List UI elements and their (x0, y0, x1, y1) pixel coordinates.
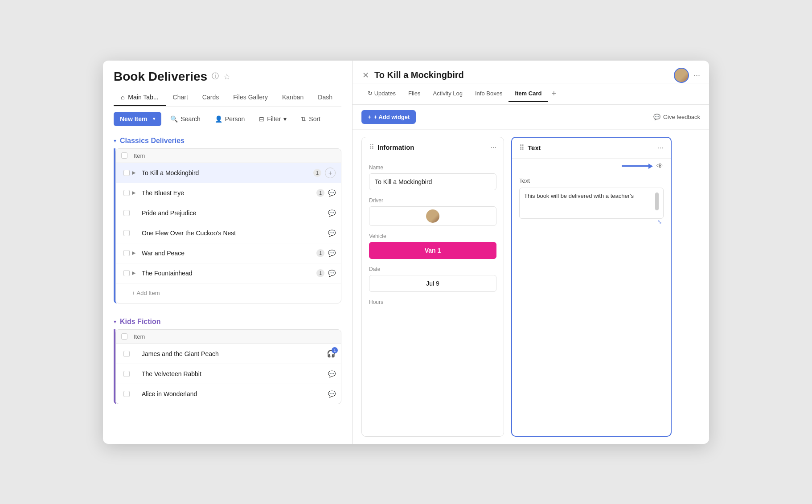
row-actions: 💬 (328, 370, 336, 377)
add-sub-item-button[interactable]: + (325, 168, 336, 178)
row-select-checkbox[interactable] (123, 170, 130, 176)
tab-item-card-2[interactable]: Item Card (509, 86, 548, 102)
select-all-checkbox[interactable] (121, 152, 127, 159)
table-row[interactable]: ▶ Alice in Wonderland 💬 (116, 384, 341, 404)
main-tabs: ⌂ Main Tab... Chart Cards Files Gallery … (114, 89, 341, 107)
table-row[interactable]: ▶ To Kill a Mockingbird 1 + (116, 163, 341, 183)
date-value[interactable]: Jul 9 (369, 275, 496, 292)
tab-dash[interactable]: Dash (311, 89, 340, 106)
driver-avatar-field[interactable] (369, 206, 496, 226)
select-all-checkbox[interactable] (121, 333, 127, 340)
table-row[interactable]: ▶ War and Peace 1 💬 (116, 243, 341, 263)
vehicle-field: Vehicle Van 1 (369, 233, 496, 259)
widget-header: ⠿ Information ··· (362, 137, 504, 158)
avatar-image (675, 69, 688, 82)
hide-icon[interactable]: 👁 (656, 162, 664, 170)
text-widget-menu-button[interactable]: ··· (658, 144, 664, 152)
tab-files-gallery[interactable]: Files Gallery (226, 89, 275, 106)
name-value[interactable]: To Kill a Mockingbird (369, 173, 496, 190)
tab-activity-log-2[interactable]: Activity Log (427, 86, 469, 102)
add-tab-button-2[interactable]: + (548, 86, 560, 102)
driver-field: Driver (369, 197, 496, 226)
add-item-row[interactable]: + Add Item (116, 283, 341, 303)
expand-icon[interactable]: ▶ (132, 190, 139, 196)
close-panel-button[interactable]: ✕ (361, 70, 370, 81)
comment-icon[interactable]: 💬 (328, 370, 336, 377)
comment-icon[interactable]: 💬 (328, 390, 336, 397)
row-actions: + (325, 168, 336, 178)
row-actions: 💬 (328, 390, 336, 397)
expand-icon[interactable]: ▶ (132, 270, 139, 276)
expand-icon[interactable]: ▶ (132, 170, 139, 176)
row-select-checkbox[interactable] (123, 210, 130, 216)
tab-files-2[interactable]: Files (402, 86, 427, 102)
updates-icon-2: ↻ (368, 90, 374, 97)
group-header-classics[interactable]: ▾ Classics Deliveries (114, 131, 341, 148)
table-row[interactable]: ▶ The Bluest Eye 1 💬 (116, 183, 341, 203)
group-title-kids: Kids Fiction (120, 318, 161, 326)
add-item-checkbox-spacer (121, 288, 132, 299)
plus-icon: + (368, 114, 371, 120)
sort-button[interactable]: ⇅ Sort (295, 112, 326, 126)
widget-menu-button[interactable]: ··· (491, 143, 496, 152)
feedback-icon: 💬 (653, 114, 660, 120)
filter-icon: ⊟ (259, 115, 264, 123)
group-collapse-icon: ▾ (114, 319, 116, 325)
new-item-button[interactable]: New Item ▾ (114, 112, 161, 126)
vehicle-value[interactable]: Van 1 (369, 242, 496, 259)
give-feedback-button[interactable]: 💬 Give feedback (653, 114, 700, 120)
comment-icon[interactable]: 💬 (328, 250, 336, 257)
row-select-checkbox[interactable] (123, 391, 130, 397)
resize-handle[interactable]: ⤡ (519, 219, 664, 227)
group-kids: Item ▶ James and the Giant Peach 🎧 (114, 329, 341, 404)
tab-info-boxes-2[interactable]: Info Boxes (469, 86, 509, 102)
row-checkbox (121, 389, 132, 399)
tab-kanban[interactable]: Kanban (275, 89, 311, 106)
tab-updates-2[interactable]: ↻ Updates (361, 86, 402, 102)
tab-main-table[interactable]: ⌂ Main Tab... (114, 89, 166, 106)
widget-title: ⠿ Information (369, 143, 414, 152)
notification-icon[interactable]: 🎧 1 (327, 349, 336, 358)
group-header-kids[interactable]: ▾ Kids Fiction (114, 312, 341, 329)
more-options-button[interactable]: ··· (693, 70, 700, 80)
panel-tabs-row: ↻ Updates Files Activity Log Info Boxes … (353, 83, 709, 105)
item-name: The Bluest Eye (142, 189, 313, 197)
table-row[interactable]: ▶ James and the Giant Peach 🎧 1 (116, 344, 341, 364)
row-select-checkbox[interactable] (123, 270, 130, 276)
text-value[interactable]: This book will be delivered with a teach… (524, 193, 652, 199)
text-widget: ⠿ Text ··· 👁 Text (511, 137, 672, 437)
row-select-checkbox[interactable] (123, 250, 130, 256)
person-button[interactable]: 👤 Person (209, 112, 250, 126)
widgets-area: ⠿ Information ··· Name To Kill a Mocking… (353, 130, 709, 444)
panel-header: ✕ To Kill a Mockingbird ··· ↻ Updates F (353, 61, 709, 83)
date-field: Date Jul 9 (369, 266, 496, 292)
star-icon[interactable]: ☆ (223, 72, 230, 82)
row-select-checkbox[interactable] (123, 190, 130, 196)
table-row[interactable]: ▶ Pride and Prejudice 💬 (116, 203, 341, 223)
row-select-checkbox[interactable] (123, 351, 130, 357)
comment-icon[interactable]: 💬 (328, 209, 336, 217)
table-row[interactable]: ▶ The Fountainhead 1 💬 (116, 263, 341, 283)
comment-icon[interactable]: 💬 (328, 270, 336, 277)
kids-table: Item ▶ James and the Giant Peach 🎧 (115, 329, 341, 404)
search-button[interactable]: 🔍 Search (165, 112, 205, 126)
row-checkbox (121, 248, 132, 258)
expand-icon[interactable]: ▶ (132, 250, 139, 256)
classics-table: Item ▶ To Kill a Mockingbird 1 + (115, 148, 341, 303)
search-icon: 🔍 (170, 115, 178, 123)
comment-icon[interactable]: 💬 (328, 189, 336, 197)
info-icon[interactable]: ⓘ (212, 72, 219, 81)
row-select-checkbox[interactable] (123, 371, 130, 377)
tab-cards[interactable]: Cards (195, 89, 226, 106)
add-widget-button[interactable]: + + Add widget (361, 110, 416, 124)
row-checkbox (121, 268, 132, 279)
row-select-checkbox[interactable] (123, 230, 130, 236)
comment-icon[interactable]: 💬 (328, 229, 336, 237)
text-widget-header: ⠿ Text ··· (512, 138, 671, 159)
table-row[interactable]: ▶ One Flew Over the Cuckoo's Nest 💬 (116, 223, 341, 243)
sub-item-count: 1 (316, 269, 324, 277)
tab-chart[interactable]: Chart (166, 89, 195, 106)
table-row[interactable]: ▶ The Velveteen Rabbit 💬 (116, 364, 341, 384)
sort-icon: ⇅ (301, 115, 306, 123)
filter-button[interactable]: ⊟ Filter ▾ (254, 112, 292, 126)
